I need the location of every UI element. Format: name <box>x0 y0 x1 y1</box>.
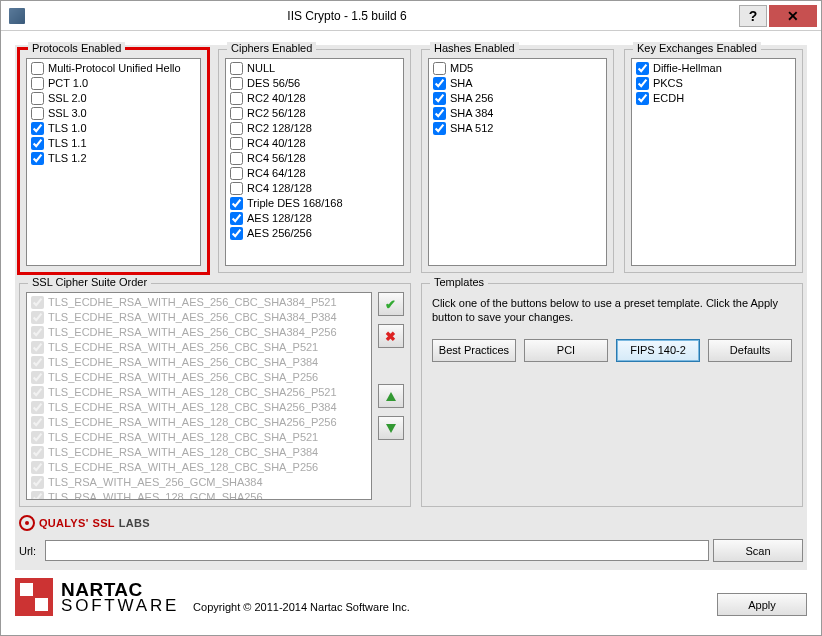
list-item[interactable]: TLS_ECDHE_RSA_WITH_AES_128_CBC_SHA_P521 <box>29 430 369 445</box>
item-checkbox[interactable] <box>230 92 243 105</box>
url-input[interactable] <box>45 540 709 561</box>
list-item[interactable]: TLS_ECDHE_RSA_WITH_AES_128_CBC_SHA_P384 <box>29 445 369 460</box>
item-checkbox[interactable] <box>230 182 243 195</box>
fips-button[interactable]: FIPS 140-2 <box>616 339 700 362</box>
hashes-listbox[interactable]: MD5SHASHA 256SHA 384SHA 512 <box>428 58 607 266</box>
list-item[interactable]: ECDH <box>634 91 793 106</box>
list-item[interactable]: PKCS <box>634 76 793 91</box>
apply-button[interactable]: Apply <box>717 593 807 616</box>
list-item[interactable]: Triple DES 168/168 <box>228 196 401 211</box>
item-checkbox[interactable] <box>31 296 44 309</box>
list-item[interactable]: TLS_ECDHE_RSA_WITH_AES_128_CBC_SHA256_P5… <box>29 385 369 400</box>
list-item[interactable]: TLS 1.0 <box>29 121 198 136</box>
item-checkbox[interactable] <box>31 431 44 444</box>
item-checkbox[interactable] <box>31 122 44 135</box>
list-item[interactable]: RC2 128/128 <box>228 121 401 136</box>
item-checkbox[interactable] <box>230 227 243 240</box>
move-up-button[interactable] <box>378 384 404 408</box>
item-checkbox[interactable] <box>433 62 446 75</box>
item-checkbox[interactable] <box>433 107 446 120</box>
list-item[interactable]: RC2 40/128 <box>228 91 401 106</box>
list-item[interactable]: TLS_RSA_WITH_AES_128_GCM_SHA256 <box>29 490 369 500</box>
list-item[interactable]: SSL 2.0 <box>29 91 198 106</box>
list-item[interactable]: TLS_ECDHE_RSA_WITH_AES_256_CBC_SHA384_P5… <box>29 295 369 310</box>
list-item[interactable]: TLS 1.2 <box>29 151 198 166</box>
item-checkbox[interactable] <box>31 461 44 474</box>
list-item[interactable]: MD5 <box>431 61 604 76</box>
list-item[interactable]: RC4 56/128 <box>228 151 401 166</box>
list-item[interactable]: TLS_ECDHE_RSA_WITH_AES_128_CBC_SHA256_P2… <box>29 415 369 430</box>
list-item[interactable]: TLS_ECDHE_RSA_WITH_AES_256_CBC_SHA384_P2… <box>29 325 369 340</box>
list-item[interactable]: DES 56/56 <box>228 76 401 91</box>
defaults-button[interactable]: Defaults <box>708 339 792 362</box>
item-checkbox[interactable] <box>31 152 44 165</box>
item-checkbox[interactable] <box>31 137 44 150</box>
pci-button[interactable]: PCI <box>524 339 608 362</box>
item-checkbox[interactable] <box>31 311 44 324</box>
list-item[interactable]: Diffie-Hellman <box>634 61 793 76</box>
list-item[interactable]: NULL <box>228 61 401 76</box>
item-checkbox[interactable] <box>31 107 44 120</box>
item-checkbox[interactable] <box>230 137 243 150</box>
item-checkbox[interactable] <box>31 62 44 75</box>
item-checkbox[interactable] <box>230 62 243 75</box>
list-item[interactable]: RC4 64/128 <box>228 166 401 181</box>
ciphers-listbox[interactable]: NULLDES 56/56RC2 40/128RC2 56/128RC2 128… <box>225 58 404 266</box>
item-checkbox[interactable] <box>31 92 44 105</box>
item-checkbox[interactable] <box>230 197 243 210</box>
list-item[interactable]: TLS_RSA_WITH_AES_256_GCM_SHA384 <box>29 475 369 490</box>
list-item[interactable]: PCT 1.0 <box>29 76 198 91</box>
item-checkbox[interactable] <box>636 77 649 90</box>
item-checkbox[interactable] <box>31 356 44 369</box>
best-practices-button[interactable]: Best Practices <box>432 339 516 362</box>
item-checkbox[interactable] <box>31 401 44 414</box>
item-checkbox[interactable] <box>31 446 44 459</box>
item-checkbox[interactable] <box>230 212 243 225</box>
item-checkbox[interactable] <box>31 491 44 500</box>
item-checkbox[interactable] <box>433 92 446 105</box>
item-checkbox[interactable] <box>636 92 649 105</box>
list-item[interactable]: AES 256/256 <box>228 226 401 241</box>
list-item[interactable]: SSL 3.0 <box>29 106 198 121</box>
close-button[interactable]: ✕ <box>769 5 817 27</box>
move-down-button[interactable] <box>378 416 404 440</box>
list-item[interactable]: TLS_ECDHE_RSA_WITH_AES_256_CBC_SHA384_P3… <box>29 310 369 325</box>
cipher-suite-listbox[interactable]: TLS_ECDHE_RSA_WITH_AES_256_CBC_SHA384_P5… <box>26 292 372 500</box>
item-checkbox[interactable] <box>230 77 243 90</box>
scan-button[interactable]: Scan <box>713 539 803 562</box>
item-checkbox[interactable] <box>31 416 44 429</box>
item-checkbox[interactable] <box>31 341 44 354</box>
list-item[interactable]: TLS 1.1 <box>29 136 198 151</box>
item-checkbox[interactable] <box>230 167 243 180</box>
item-checkbox[interactable] <box>31 326 44 339</box>
item-checkbox[interactable] <box>31 476 44 489</box>
list-item[interactable]: TLS_ECDHE_RSA_WITH_AES_256_CBC_SHA_P521 <box>29 340 369 355</box>
list-item[interactable]: RC2 56/128 <box>228 106 401 121</box>
help-button[interactable]: ? <box>739 5 767 27</box>
list-item[interactable]: SHA 256 <box>431 91 604 106</box>
item-checkbox[interactable] <box>230 107 243 120</box>
protocols-listbox[interactable]: Multi-Protocol Unified HelloPCT 1.0SSL 2… <box>26 58 201 266</box>
list-item[interactable]: TLS_ECDHE_RSA_WITH_AES_256_CBC_SHA_P256 <box>29 370 369 385</box>
list-item[interactable]: Multi-Protocol Unified Hello <box>29 61 198 76</box>
check-all-button[interactable]: ✔ <box>378 292 404 316</box>
list-item[interactable]: AES 128/128 <box>228 211 401 226</box>
list-item[interactable]: SHA 512 <box>431 121 604 136</box>
list-item[interactable]: RC4 128/128 <box>228 181 401 196</box>
item-checkbox[interactable] <box>433 77 446 90</box>
item-checkbox[interactable] <box>433 122 446 135</box>
item-checkbox[interactable] <box>31 77 44 90</box>
item-checkbox[interactable] <box>230 122 243 135</box>
uncheck-all-button[interactable]: ✖ <box>378 324 404 348</box>
list-item[interactable]: SHA <box>431 76 604 91</box>
list-item[interactable]: SHA 384 <box>431 106 604 121</box>
list-item[interactable]: TLS_ECDHE_RSA_WITH_AES_256_CBC_SHA_P384 <box>29 355 369 370</box>
item-checkbox[interactable] <box>636 62 649 75</box>
item-checkbox[interactable] <box>31 371 44 384</box>
list-item[interactable]: TLS_ECDHE_RSA_WITH_AES_128_CBC_SHA256_P3… <box>29 400 369 415</box>
list-item[interactable]: TLS_ECDHE_RSA_WITH_AES_128_CBC_SHA_P256 <box>29 460 369 475</box>
keyexchanges-listbox[interactable]: Diffie-HellmanPKCSECDH <box>631 58 796 266</box>
list-item[interactable]: RC4 40/128 <box>228 136 401 151</box>
item-checkbox[interactable] <box>230 152 243 165</box>
item-checkbox[interactable] <box>31 386 44 399</box>
